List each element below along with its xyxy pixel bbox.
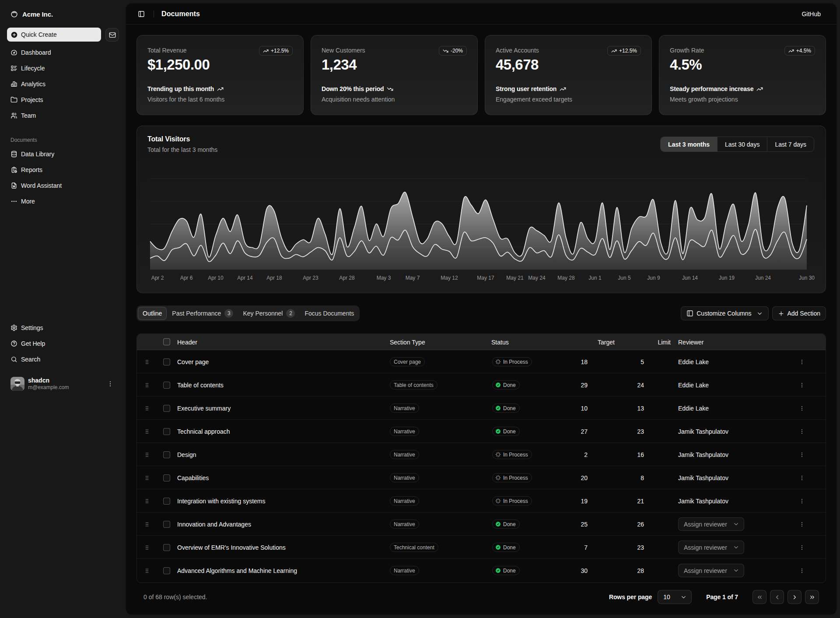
svg-text:May 7: May 7 — [406, 275, 420, 281]
svg-text:Apr 23: Apr 23 — [303, 275, 318, 281]
svg-text:Apr 6: Apr 6 — [180, 275, 193, 281]
svg-text:Jun 30: Jun 30 — [799, 275, 815, 281]
svg-text:Apr 2: Apr 2 — [151, 275, 164, 281]
svg-text:Jun 19: Jun 19 — [719, 275, 735, 281]
svg-text:Apr 18: Apr 18 — [266, 275, 282, 281]
svg-text:Apr 10: Apr 10 — [208, 275, 224, 281]
svg-text:May 21: May 21 — [506, 275, 524, 281]
svg-text:Jun 14: Jun 14 — [682, 275, 698, 281]
svg-text:May 17: May 17 — [477, 275, 494, 281]
svg-text:Apr 14: Apr 14 — [237, 275, 253, 281]
svg-text:May 24: May 24 — [528, 275, 546, 281]
svg-text:Jun 9: Jun 9 — [647, 275, 660, 281]
svg-text:Apr 28: Apr 28 — [339, 275, 355, 281]
svg-text:Jun 1: Jun 1 — [588, 275, 602, 281]
svg-text:May 3: May 3 — [377, 275, 391, 281]
svg-text:May 28: May 28 — [557, 275, 575, 281]
svg-text:Jun 24: Jun 24 — [755, 275, 771, 281]
svg-text:Jun 5: Jun 5 — [618, 275, 631, 281]
svg-text:May 12: May 12 — [441, 275, 458, 281]
